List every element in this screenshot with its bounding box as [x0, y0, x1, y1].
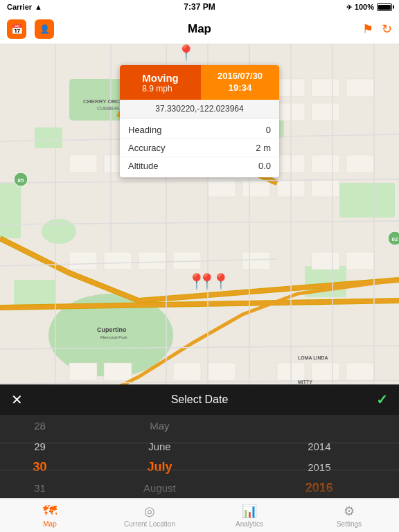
svg-rect-6: [35, 127, 62, 148]
tab-current-location[interactable]: ◎ Current Location: [100, 499, 200, 532]
card-datetime-block: 2016/07/30 19:34: [201, 65, 279, 100]
picker-columns[interactable]: 28 29 30 31 May June July August 2014 20…: [0, 415, 399, 498]
svg-rect-45: [312, 363, 339, 380]
picker-header: ✕ Select Date ✓: [0, 384, 399, 415]
heading-label: Heading: [128, 125, 161, 135]
card-time: 19:34: [218, 82, 263, 94]
nav-icons-right: ⚑ ↻: [362, 21, 392, 37]
svg-text:02: 02: [392, 236, 398, 242]
green-pin-icon: 📍: [177, 44, 195, 62]
map-area[interactable]: CHERRY ORCHARD CUMBERLAND SOUTH SUNNYART…: [0, 44, 399, 432]
altitude-label: Altitude: [128, 161, 158, 171]
card-status-label: Moving: [142, 72, 179, 84]
picker-col-months[interactable]: May June July August: [80, 415, 239, 498]
picker-day-28[interactable]: 28: [0, 415, 80, 436]
person-button[interactable]: 👤: [35, 19, 54, 39]
svg-point-9: [42, 219, 76, 244]
picker-month-july[interactable]: July: [80, 456, 239, 477]
picker-cancel-button[interactable]: ✕: [11, 391, 23, 408]
calendar-button[interactable]: 📅: [7, 19, 26, 39]
map-pin-red[interactable]: 📍: [211, 273, 230, 291]
picker-title: Select Date: [171, 393, 229, 406]
card-row-altitude: Altitude 0.0: [120, 157, 279, 175]
svg-rect-21: [312, 103, 339, 121]
calendar-icon: 📅: [11, 24, 23, 35]
card-date: 2016/07/30: [218, 71, 263, 82]
picker-month-may[interactable]: May: [80, 415, 239, 436]
card-coordinates: 37.330220,-122.023964: [120, 100, 279, 118]
card-row-accuracy: Accuracy 2 m: [120, 139, 279, 157]
svg-rect-39: [346, 252, 374, 269]
svg-text:MITTY: MITTY: [298, 380, 312, 384]
tab-map[interactable]: 🗺 Map: [0, 499, 100, 532]
svg-rect-22: [69, 155, 97, 172]
status-left: Carrier ▲: [7, 3, 42, 11]
person-icon: 👤: [39, 24, 50, 34]
battery-icon: [377, 3, 392, 11]
svg-rect-34: [104, 252, 132, 269]
picker-col-years[interactable]: 2014 2015 2016: [240, 415, 399, 498]
settings-tab-icon: ⚙: [344, 504, 355, 519]
svg-rect-19: [346, 79, 374, 96]
date-picker[interactable]: ✕ Select Date ✓ 28 29 30 31 May June Jul…: [0, 384, 399, 498]
wifi-icon: ▲: [35, 3, 42, 11]
svg-rect-28: [346, 155, 374, 172]
map-pin-green-1[interactable]: 📍: [177, 44, 195, 62]
carrier-label: Carrier: [7, 3, 32, 11]
card-details: Heading 0 Accuracy 2 m Altitude 0.0: [120, 118, 279, 177]
card-status-block: Moving 8.9 mph: [120, 65, 201, 100]
nav-title: Map: [188, 22, 211, 36]
svg-text:LOMA LINDA: LOMA LINDA: [298, 355, 328, 360]
pin-button[interactable]: ⚑: [362, 21, 373, 37]
picker-year-2014[interactable]: 2014: [240, 436, 399, 456]
analytics-tab-label: Analytics: [236, 520, 263, 528]
svg-rect-7: [339, 183, 395, 218]
svg-rect-50: [346, 363, 374, 380]
svg-rect-5: [0, 183, 21, 238]
picker-year-2015[interactable]: 2015: [240, 456, 399, 477]
picker-month-august[interactable]: August: [80, 477, 239, 498]
status-bar: Carrier ▲ 7:37 PM ✈ 100%: [0, 0, 399, 14]
picker-confirm-button[interactable]: ✓: [376, 391, 388, 408]
picker-col-days[interactable]: 28 29 30 31: [0, 415, 80, 498]
svg-rect-33: [69, 252, 97, 269]
card-header: Moving 8.9 mph 2016/07/30 19:34: [120, 65, 279, 100]
svg-rect-37: [242, 252, 270, 269]
svg-text:85: 85: [18, 177, 24, 184]
picker-year-2016[interactable]: 2016: [240, 477, 399, 498]
svg-rect-38: [312, 252, 339, 269]
info-card: Moving 8.9 mph 2016/07/30 19:34 37.33022…: [120, 65, 279, 177]
svg-rect-2: [14, 280, 55, 308]
analytics-tab-icon: 📊: [242, 504, 257, 519]
tab-settings[interactable]: ⚙ Settings: [299, 499, 399, 532]
svg-rect-35: [139, 252, 166, 269]
svg-rect-18: [312, 79, 339, 96]
refresh-button[interactable]: ↻: [382, 21, 392, 37]
picker-month-june[interactable]: June: [80, 436, 239, 456]
map-tab-label: Map: [43, 520, 56, 528]
svg-text:Memorial Park: Memorial Park: [100, 335, 128, 339]
map-tab-icon: 🗺: [43, 503, 57, 519]
settings-tab-label: Settings: [337, 520, 362, 528]
location-icon: ✈: [346, 3, 352, 11]
battery-percent: 100%: [355, 3, 374, 11]
svg-rect-40: [69, 363, 97, 380]
picker-day-30[interactable]: 30: [0, 456, 80, 477]
altitude-value: 0.0: [258, 161, 271, 171]
location-tab-label: Current Location: [124, 520, 175, 528]
tab-analytics[interactable]: 📊 Analytics: [200, 499, 299, 532]
battery-fill: [378, 5, 391, 10]
svg-rect-43: [208, 363, 236, 380]
accuracy-value: 2 m: [256, 143, 271, 153]
svg-rect-30: [242, 179, 270, 197]
card-row-heading: Heading 0: [120, 121, 279, 139]
picker-day-29[interactable]: 29: [0, 436, 80, 456]
picker-year-spacer: [240, 415, 399, 436]
status-right: ✈ 100%: [346, 3, 392, 11]
red-pin-icon: 📍: [211, 273, 230, 290]
nav-icons-left: 📅 👤: [7, 19, 54, 39]
picker-day-31[interactable]: 31: [0, 477, 80, 498]
heading-value: 0: [266, 125, 271, 135]
svg-rect-42: [173, 363, 201, 380]
svg-rect-27: [312, 155, 339, 172]
